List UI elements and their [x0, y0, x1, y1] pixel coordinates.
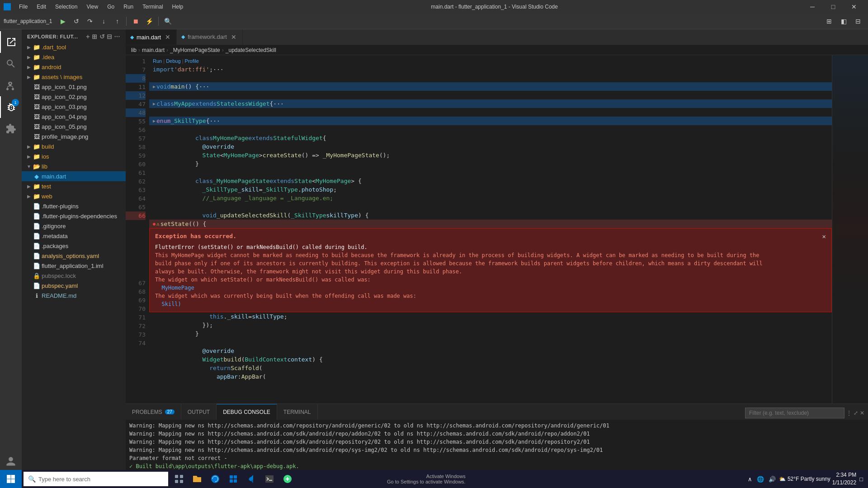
- taskbar-store[interactable]: [224, 470, 242, 488]
- maximize-button[interactable]: □: [823, 0, 844, 14]
- layout-button[interactable]: ⊟: [852, 15, 864, 28]
- exception-close-button[interactable]: ✕: [822, 232, 826, 240]
- tab-terminal[interactable]: TERMINAL: [277, 404, 318, 420]
- tab-framework-dart[interactable]: ◆ framework.dart ✕: [177, 29, 243, 45]
- taskbar-file-explorer[interactable]: [188, 470, 206, 488]
- activity-account[interactable]: [0, 450, 22, 472]
- breadcrumb-class[interactable]: _MyHomePageState: [170, 47, 220, 53]
- taskbar-vscode[interactable]: [242, 470, 260, 488]
- sidebar-item-iml[interactable]: 📄 flutter_application_1.iml: [22, 261, 126, 271]
- step-out-button[interactable]: ↑: [111, 15, 123, 28]
- minimize-button[interactable]: ─: [802, 0, 823, 14]
- menu-selection[interactable]: Selection: [52, 3, 81, 11]
- sidebar-item-profile-image[interactable]: 🖼 profile_image.png: [22, 131, 126, 141]
- window-controls[interactable]: ─ □ ✕: [802, 0, 864, 14]
- menu-terminal[interactable]: Terminal: [139, 3, 166, 11]
- restart-button[interactable]: ↺: [70, 15, 83, 28]
- new-file-icon[interactable]: +: [86, 33, 90, 40]
- sidebar-item-web[interactable]: ▶ 📁 web: [22, 191, 126, 201]
- sidebar-item-dart-tool[interactable]: ▶ 📁 .dart_tool: [22, 42, 126, 52]
- debug-link[interactable]: Debug: [166, 58, 180, 64]
- menu-file[interactable]: File: [15, 3, 31, 11]
- stop-button[interactable]: ⏹: [129, 15, 142, 28]
- breadcrumb-file[interactable]: main.dart: [142, 47, 165, 53]
- weather-widget[interactable]: ⛅ 52°F Partly sunny: [779, 476, 830, 482]
- menu-go[interactable]: Go: [104, 3, 118, 11]
- sidebar-item-lib[interactable]: ▼ 📂 lib: [22, 161, 126, 171]
- sidebar-item-build[interactable]: ▶ 📁 build: [22, 141, 126, 151]
- sidebar-item-app-icon-04[interactable]: 🖼 app_icon_04.png: [22, 112, 126, 122]
- continue-button[interactable]: ▶: [57, 15, 69, 28]
- menu-bar[interactable]: File Edit Selection View Go Run Terminal…: [15, 3, 187, 11]
- taskbar-search[interactable]: 🔍 Type here to search: [24, 472, 168, 486]
- tab-close-button[interactable]: ✕: [230, 33, 238, 41]
- breadcrumb-lib[interactable]: lib: [131, 47, 137, 53]
- sidebar-actions[interactable]: + ⊞ ↺ ⊟ ···: [86, 33, 120, 40]
- taskview-button[interactable]: [170, 470, 188, 488]
- sidebar-item-app-icon-03[interactable]: 🖼 app_icon_03.png: [22, 102, 126, 112]
- toggle-sidebar-button[interactable]: ◧: [837, 15, 850, 28]
- close-panel-icon[interactable]: ✕: [860, 410, 864, 416]
- sidebar-item-packages[interactable]: 📄 .packages: [22, 241, 126, 251]
- sidebar-item-test[interactable]: ▶ 📁 test: [22, 181, 126, 191]
- tray-up-icon[interactable]: ∧: [746, 475, 754, 483]
- sidebar-item-app-icon-05[interactable]: 🖼 app_icon_05.png: [22, 122, 126, 131]
- tray-network-icon[interactable]: 🌐: [755, 475, 765, 483]
- step-over-button[interactable]: ↷: [84, 15, 96, 28]
- run-link[interactable]: Run: [153, 58, 162, 64]
- sidebar-item-flutter-plugins[interactable]: 📄 .flutter-plugins: [22, 201, 126, 211]
- menu-view[interactable]: View: [83, 3, 102, 11]
- sidebar-item-ios[interactable]: ▶ 📁 ios: [22, 151, 126, 161]
- sidebar-item-idea[interactable]: ▶ 📁 .idea: [22, 52, 126, 62]
- weather-icon: ⛅: [779, 476, 786, 482]
- sidebar-item-analysis[interactable]: 📄 analysis_options.yaml: [22, 251, 126, 261]
- more-actions-icon[interactable]: ···: [114, 33, 120, 40]
- activity-debug[interactable]: 1: [0, 96, 22, 118]
- activate-windows[interactable]: Activate Windows Go to Settings to activ…: [387, 474, 466, 484]
- tab-debug-console[interactable]: DEBUG CONSOLE: [217, 404, 277, 420]
- sidebar-item-main-dart[interactable]: ◆ main.dart: [22, 171, 126, 181]
- close-button[interactable]: ✕: [844, 0, 864, 14]
- sidebar-item-flutter-plugins-dep[interactable]: 📄 .flutter-plugins-dependencies: [22, 211, 126, 221]
- step-into-button[interactable]: ↓: [97, 15, 110, 28]
- activity-source-control[interactable]: [0, 75, 22, 96]
- menu-edit[interactable]: Edit: [33, 3, 50, 11]
- tab-output[interactable]: OUTPUT: [181, 404, 217, 420]
- activity-explorer[interactable]: [0, 31, 22, 53]
- breadcrumb-method[interactable]: _updateSelectedSkill: [226, 47, 276, 53]
- menu-help[interactable]: Help: [169, 3, 187, 11]
- new-folder-icon[interactable]: ⊞: [92, 33, 98, 40]
- sidebar-item-assets[interactable]: ▶ 📁 assets \ images: [22, 72, 126, 82]
- tray-volume-icon[interactable]: 🔊: [767, 475, 777, 483]
- menu-run[interactable]: Run: [120, 3, 137, 11]
- sidebar-item-gitignore[interactable]: 📄 .gitignore: [22, 221, 126, 231]
- split-editor-button[interactable]: ⊞: [823, 15, 835, 28]
- start-button[interactable]: [0, 470, 22, 488]
- tab-main-dart[interactable]: ◆ main.dart ✕: [126, 29, 177, 45]
- sidebar-item-app-icon-01[interactable]: 🖼 app_icon_01.png: [22, 82, 126, 92]
- tab-problems[interactable]: PROBLEMS 27: [126, 404, 181, 420]
- hot-reload-button[interactable]: ⚡: [143, 15, 156, 28]
- tab-close-button[interactable]: ✕: [164, 33, 172, 41]
- sidebar-item-readme[interactable]: ℹ README.md: [22, 291, 126, 300]
- clock[interactable]: 2:34 PM 1/11/2022: [832, 471, 856, 487]
- activity-extensions[interactable]: [0, 118, 22, 140]
- sidebar-item-android[interactable]: ▶ 📁 android: [22, 62, 126, 72]
- refresh-icon[interactable]: ↺: [99, 33, 105, 40]
- filter-icon[interactable]: ⋮: [846, 410, 852, 416]
- code-content[interactable]: Run | Debug | Profile import 'dart:ffi';…: [149, 55, 832, 404]
- collapse-icon[interactable]: ⊟: [107, 33, 113, 40]
- maximize-panel-icon[interactable]: ⤢: [854, 410, 858, 416]
- profile-link[interactable]: Profile: [185, 58, 199, 64]
- sidebar-item-pubspec-lock[interactable]: 🔒 pubspec.lock: [22, 271, 126, 281]
- notification-icon[interactable]: □: [858, 475, 864, 483]
- sidebar-item-app-icon-02[interactable]: 🖼 app_icon_02.png: [22, 92, 126, 102]
- sidebar-item-pubspec-yaml[interactable]: 📄 pubspec.yaml: [22, 281, 126, 291]
- sidebar-item-metadata[interactable]: 📄 .metadata: [22, 231, 126, 241]
- activity-search[interactable]: [0, 53, 22, 75]
- taskbar-android[interactable]: [278, 470, 297, 488]
- search-button[interactable]: 🔍: [161, 15, 174, 28]
- taskbar-edge[interactable]: [206, 470, 224, 488]
- filter-input[interactable]: [745, 408, 844, 418]
- taskbar-terminal[interactable]: [260, 470, 278, 488]
